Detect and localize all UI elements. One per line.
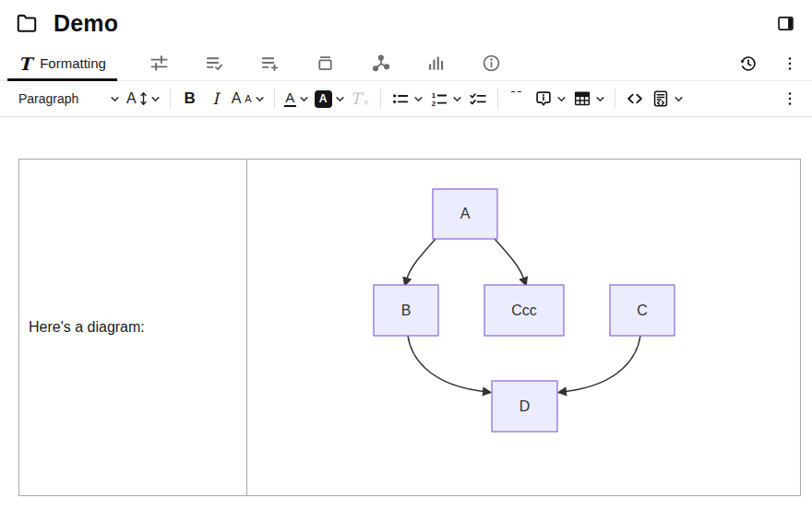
highlight-icon: A (315, 90, 332, 108)
toggle-side-panel-button[interactable] (774, 12, 797, 35)
check-list-icon (468, 89, 488, 109)
tab-archive[interactable] (313, 51, 338, 76)
bold-button[interactable]: B (177, 85, 203, 113)
tab-right-group (736, 46, 805, 80)
text-color-icon: A (284, 90, 296, 107)
tab-chart[interactable] (424, 51, 448, 76)
node-label: A (460, 206, 471, 221)
diagram-node-C[interactable]: C (610, 285, 675, 336)
panel-right-icon (776, 14, 795, 33)
bar-chart-icon (425, 53, 447, 74)
tab-share[interactable] (368, 51, 393, 76)
kebab-menu-icon (781, 89, 799, 108)
tabbar-more-button[interactable] (779, 53, 801, 75)
block-type-value: Paragraph (18, 91, 78, 106)
toolbar-divider (274, 89, 275, 109)
share-nodes-icon (370, 53, 391, 74)
highlight-color-dropdown[interactable]: A (312, 85, 348, 113)
node-label: D (519, 398, 531, 414)
table-dropdown[interactable] (569, 85, 608, 113)
tab-formatting-label: Formatting (40, 55, 106, 71)
flowchart-diagram[interactable]: A B Ccc C (247, 160, 799, 495)
numbered-list-icon: 1 2 (429, 89, 449, 109)
updown-arrow-icon (139, 91, 148, 106)
font-size-dropdown[interactable]: A (124, 85, 163, 113)
inline-code-button[interactable] (622, 85, 648, 113)
history-button[interactable] (736, 52, 760, 76)
bullet-list-dropdown[interactable] (388, 85, 426, 113)
header: Demo (0, 0, 812, 46)
clear-formatting-button[interactable]: T× (348, 85, 374, 113)
folder-icon (15, 11, 39, 35)
chevron-down-icon (452, 94, 462, 104)
case-small-glyph: A (245, 93, 251, 104)
toolbar-divider (615, 89, 615, 109)
info-icon (481, 53, 502, 74)
chevron-down-icon (556, 94, 567, 104)
table-cell-diagram[interactable]: A B Ccc C (247, 160, 801, 496)
clear-format-glyph: T (351, 89, 361, 108)
quote-button[interactable]: “ (505, 85, 531, 113)
archive-box-icon (315, 53, 336, 74)
chevron-down-icon (255, 94, 265, 104)
chevron-down-icon (335, 94, 345, 104)
tab-info[interactable] (479, 51, 504, 76)
chevron-down-icon (110, 94, 120, 104)
diagram-node-D[interactable]: D (492, 381, 557, 432)
highlight-glyph: A (319, 92, 328, 105)
case-large-glyph: A (232, 90, 242, 107)
tab-list-check[interactable] (202, 51, 227, 76)
chevron-down-icon (595, 94, 605, 104)
tab-sliders[interactable] (147, 51, 172, 76)
text-case-dropdown[interactable]: AA (229, 85, 268, 113)
tab-icons-group (147, 46, 504, 80)
font-size-letter: A (126, 90, 137, 107)
document-canvas[interactable]: Here's a diagram: (0, 117, 812, 496)
sliders-icon (149, 53, 170, 74)
quote-icon: “ (509, 91, 525, 106)
text-color-bar (284, 105, 296, 107)
text-color-dropdown[interactable]: A (281, 85, 312, 113)
tab-bar: T Formatting (0, 46, 812, 81)
node-label: B (401, 302, 412, 318)
list-check-icon (204, 53, 225, 74)
italic-glyph: I (212, 89, 219, 108)
tab-formatting[interactable]: T Formatting (7, 46, 117, 80)
chevron-down-icon (299, 94, 309, 104)
toolbar-more-button[interactable] (777, 85, 803, 113)
edge-B-D (408, 336, 484, 392)
callout-dropdown[interactable] (531, 85, 569, 113)
diagram-node-B[interactable]: B (374, 285, 438, 336)
callout-icon (533, 89, 554, 109)
edge-A-B (407, 239, 436, 279)
list-add-icon (259, 53, 281, 74)
table-icon (572, 89, 592, 109)
tab-list-add[interactable] (257, 51, 282, 76)
code-block-dropdown[interactable] (648, 85, 687, 113)
chevron-down-icon (413, 94, 424, 104)
clear-format-x: × (363, 98, 370, 107)
numbered-list-dropdown[interactable]: 1 2 (426, 85, 465, 113)
formatting-T-icon: T (18, 53, 31, 74)
toolbar-divider (380, 89, 381, 109)
inline-code-icon (625, 89, 645, 109)
node-label: C (637, 302, 648, 318)
formatting-toolbar: Paragraph A B I AA A A T× 1 2 (0, 81, 812, 117)
table-row: Here's a diagram: (19, 160, 801, 496)
cell-text: Here's a diagram: (29, 319, 145, 335)
check-list-button[interactable] (465, 85, 491, 113)
kebab-menu-icon (781, 54, 799, 73)
block-type-dropdown[interactable]: Paragraph (9, 85, 124, 113)
code-block-icon (651, 89, 671, 109)
chevron-down-icon (674, 94, 684, 104)
toolbar-divider (170, 89, 171, 109)
svg-text:1: 1 (431, 91, 436, 100)
toolbar-divider (497, 89, 498, 109)
diagram-node-Ccc[interactable]: Ccc (484, 285, 564, 336)
edge-C-D (566, 336, 640, 392)
diagram-node-A[interactable]: A (433, 189, 497, 239)
italic-button[interactable]: I (203, 85, 229, 113)
node-label: Ccc (511, 302, 537, 318)
table-cell-text[interactable]: Here's a diagram: (19, 160, 247, 496)
bullet-list-icon (390, 89, 411, 109)
